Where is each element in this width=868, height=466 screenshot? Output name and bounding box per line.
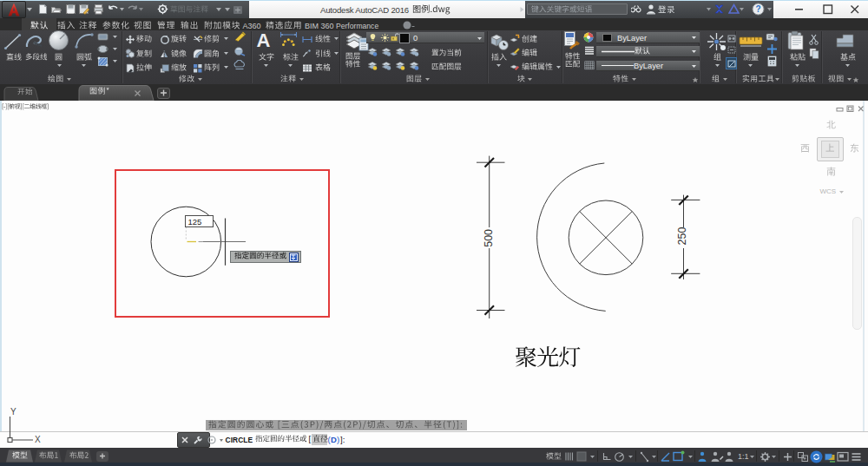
svg-text:Y: Y bbox=[10, 407, 16, 417]
svg-text:?: ? bbox=[755, 4, 760, 14]
svg-text:X: X bbox=[35, 435, 41, 444]
